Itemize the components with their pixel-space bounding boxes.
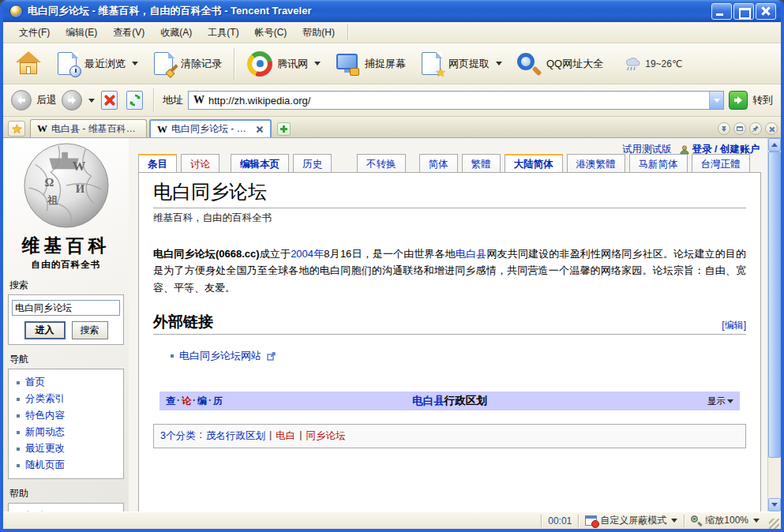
bullet-icon: [17, 448, 20, 451]
capture-screen-button[interactable]: 捕捉屏幕: [329, 49, 411, 79]
bullet-icon: [171, 354, 174, 358]
sidebar-item-featured: 特色内容: [12, 407, 120, 424]
wiki-search-input[interactable]: [12, 300, 120, 316]
wikipedia-globe-icon: W Ω И 祖: [20, 141, 113, 230]
tab-edit[interactable]: 编辑本页: [231, 154, 289, 174]
web-extract-button[interactable]: ★ 网页提取: [415, 48, 508, 80]
favorites-star-button[interactable]: [8, 121, 25, 137]
menu-edit[interactable]: 编辑(E): [58, 23, 105, 43]
site-favicon: W: [189, 94, 208, 107]
category-dianbai-link[interactable]: 电白: [276, 429, 295, 443]
resize-grip[interactable]: [769, 519, 779, 529]
menu-help[interactable]: 帮助(H): [294, 23, 343, 43]
categories-label-link[interactable]: 3个分类: [160, 429, 195, 443]
scroll-up-button[interactable]: [768, 138, 781, 152]
page-scrollbar[interactable]: [767, 138, 781, 511]
edit-section-link[interactable]: [编辑]: [722, 319, 746, 332]
tab-article[interactable]: 条目: [138, 154, 177, 174]
block-mode-button[interactable]: 自定义屏蔽模式: [578, 515, 684, 527]
link-2004[interactable]: 2004年: [291, 248, 324, 260]
minimize-button[interactable]: [711, 3, 732, 20]
close-tabbar-button[interactable]: [765, 122, 778, 135]
weather-widget[interactable]: 19~26℃: [623, 56, 682, 72]
scrollbar-thumb[interactable]: [768, 152, 781, 458]
addressbar-separator: [153, 88, 155, 112]
sidebar-item-random: 随机页面: [12, 457, 120, 474]
tab-list-button[interactable]: [718, 122, 730, 135]
recent-history-button[interactable]: 最近浏览: [51, 48, 144, 80]
tab-dianbai-county[interactable]: W 电白县 - 维基百科，...: [30, 119, 147, 137]
svg-text:Ω: Ω: [44, 176, 54, 189]
nav-portlet: 首页 分类索引 特色内容 新闻动态 最近更改 随机页面: [8, 369, 124, 479]
extract-dropdown-icon[interactable]: [496, 62, 502, 66]
sidebar-item-mainpage: 首页: [12, 374, 120, 391]
scroll-down-button[interactable]: [768, 498, 781, 511]
recent-history-icon: [56, 51, 80, 77]
forum-website-link[interactable]: 电白同乡论坛网站: [179, 349, 261, 363]
show-triangle-icon: [727, 399, 733, 403]
menu-tools[interactable]: 工具(T): [200, 23, 246, 43]
new-tab-button[interactable]: [277, 122, 291, 136]
back-button[interactable]: [11, 90, 32, 111]
navbox-talk-link[interactable]: 论: [182, 395, 191, 408]
tab-dianbai-forum[interactable]: W 电白同乡论坛 - 维...: [149, 119, 272, 137]
address-input[interactable]: [208, 92, 709, 109]
qq-nav-button[interactable]: QQ网址大全: [511, 48, 609, 80]
wiki-search-button[interactable]: 搜索: [72, 321, 108, 339]
navbox-dianbai-divisions: 查·论·编·历 电白县行政区划 显示: [159, 392, 740, 410]
stop-button[interactable]: [99, 89, 120, 111]
tab-simplified[interactable]: 简体: [419, 154, 458, 174]
navbox-edit-link[interactable]: 编: [197, 395, 207, 408]
home-icon: [15, 51, 42, 77]
category-forum-link[interactable]: 同乡论坛: [306, 429, 345, 443]
tab-my-simplified[interactable]: 马新简体: [629, 154, 688, 174]
tab-tw-traditional[interactable]: 台灣正體: [692, 154, 750, 174]
tab-hk-traditional[interactable]: 港澳繁體: [567, 154, 625, 174]
tab-window-button[interactable]: [733, 122, 746, 135]
tab-history[interactable]: 历史: [293, 154, 332, 174]
clear-history-button[interactable]: 清除记录: [147, 48, 227, 80]
forward-dropdown-icon[interactable]: [88, 99, 95, 103]
article-content: 电白同乡论坛 维基百科，自由的百科全书 电白同乡论坛(0668.cc)成立于20…: [138, 172, 761, 511]
home-button[interactable]: [9, 48, 47, 80]
go-arrow-icon: [733, 96, 743, 105]
load-time: 00:01: [541, 515, 578, 527]
go-button[interactable]: [729, 91, 748, 110]
navbox-history-link[interactable]: 历: [213, 395, 223, 408]
wiki-main: 试用测试版 登录 / 创建账户 条目 讨论 编辑本页 历史 不转换 简体: [129, 138, 767, 511]
tencent-dropdown-icon[interactable]: [314, 62, 321, 66]
category-maoming-link[interactable]: 茂名行政区划: [206, 429, 265, 443]
tab-cn-simplified[interactable]: 大陆简体: [505, 154, 563, 174]
maximize-button[interactable]: [733, 3, 754, 20]
tab-no-conversion[interactable]: 不转换: [357, 154, 406, 174]
wikipedia-wordmark[interactable]: 维基百科: [8, 234, 124, 258]
wikipedia-logo[interactable]: W Ω И 祖: [8, 141, 124, 232]
tab-traditional[interactable]: 繁體: [462, 154, 501, 174]
block-mode-dropdown-icon[interactable]: [671, 519, 677, 523]
recent-dropdown-icon[interactable]: [132, 62, 138, 66]
close-button[interactable]: [756, 3, 776, 20]
tencent-site-button[interactable]: 腾讯网: [242, 48, 326, 80]
wiki-go-button[interactable]: 进入: [24, 321, 66, 339]
address-field: W: [188, 91, 724, 110]
zoom-control[interactable]: 缩放100%: [684, 515, 766, 527]
refresh-button[interactable]: [125, 89, 145, 111]
go-label[interactable]: 转到: [752, 93, 773, 107]
navbox-view-link[interactable]: 查: [166, 395, 175, 408]
tab-close-icon[interactable]: [256, 126, 264, 133]
menu-account[interactable]: 帐号(C): [247, 23, 295, 43]
forward-arrow-icon: [66, 96, 77, 105]
forward-button[interactable]: [62, 90, 82, 111]
link-dianbai-county[interactable]: 电白县: [456, 248, 486, 260]
statusbar: 00:01 自定义屏蔽模式 缩放100%: [3, 511, 781, 529]
navbox-county-link[interactable]: 电白县: [412, 395, 445, 406]
navbox-show-button[interactable]: 显示: [639, 395, 733, 407]
menu-view[interactable]: 查看(V): [105, 23, 152, 43]
zoom-dropdown-icon[interactable]: [753, 519, 760, 523]
tab-talk[interactable]: 讨论: [181, 154, 219, 174]
menu-separator: [347, 24, 349, 40]
address-dropdown-button[interactable]: [709, 92, 723, 109]
menu-file[interactable]: 文件(F): [11, 23, 58, 43]
menu-favorites[interactable]: 收藏(A): [152, 23, 200, 43]
pin-tabbar-button[interactable]: [749, 122, 762, 135]
